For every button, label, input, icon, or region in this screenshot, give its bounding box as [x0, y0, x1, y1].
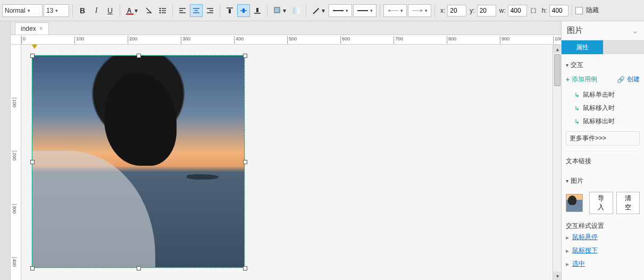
- resize-handle[interactable]: [137, 266, 141, 270]
- w-label: w:: [499, 7, 506, 14]
- toolbar: Normal ▾ 13 ▾ B I U A▾ ▾: [0, 0, 644, 21]
- resize-handle[interactable]: [243, 54, 247, 58]
- arrow-icon: ▸: [566, 260, 569, 268]
- link-icon: 🔗: [617, 76, 625, 83]
- selected-image[interactable]: [32, 55, 245, 268]
- resize-handle[interactable]: [30, 266, 35, 270]
- ruler-vertical[interactable]: 100200300400: [11, 45, 21, 280]
- style-header: 交互样式设置: [566, 217, 640, 231]
- image-thumbnail[interactable]: [566, 194, 583, 212]
- event-row[interactable]: ↳鼠标移入时: [566, 101, 640, 115]
- event-label: 鼠标移出时: [583, 117, 615, 126]
- bullet-list-button[interactable]: [156, 4, 169, 17]
- ruler-tick: 0: [21, 36, 26, 44]
- create-link[interactable]: 🔗 创建: [617, 75, 640, 84]
- resize-handle[interactable]: [243, 160, 247, 164]
- ruler-tick: 300: [12, 204, 17, 211]
- svg-rect-5: [256, 8, 258, 12]
- scroll-up-icon[interactable]: ▴: [553, 45, 561, 53]
- image-content: [32, 56, 244, 267]
- resize-handle[interactable]: [137, 54, 141, 58]
- x-input[interactable]: [447, 5, 466, 16]
- panel-collapse-icon[interactable]: ⌄: [632, 26, 639, 36]
- section-text-link: 文本链接: [566, 151, 640, 169]
- section-label: 图片: [571, 176, 583, 185]
- resize-handle[interactable]: [30, 160, 35, 164]
- x-label: x:: [440, 7, 445, 14]
- hide-checkbox[interactable]: [575, 7, 583, 14]
- border-color-button[interactable]: ▾: [310, 4, 328, 17]
- section-interaction[interactable]: ▾ 交互: [566, 57, 640, 73]
- y-label: y:: [470, 7, 474, 14]
- ruler-tick: 1000: [553, 36, 561, 44]
- guide-marker-icon[interactable]: [32, 45, 37, 49]
- valign-middle-button[interactable]: [237, 4, 250, 17]
- left-gutter: [0, 21, 11, 280]
- arrow-icon: ▸: [566, 234, 569, 241]
- font-color-button[interactable]: A▾: [123, 4, 141, 17]
- section-label: 交互: [571, 61, 583, 70]
- event-icon: ↳: [574, 91, 580, 99]
- style-hover-row[interactable]: ▸ 鼠标悬停: [566, 231, 640, 244]
- valign-bottom-button[interactable]: [251, 4, 264, 17]
- chevron-down-icon: ▾: [566, 178, 568, 184]
- ruler-tick: 100: [12, 98, 17, 105]
- y-input[interactable]: [477, 5, 496, 16]
- tab-secondary[interactable]: [603, 40, 645, 54]
- font-size-select[interactable]: 13 ▾: [44, 4, 69, 17]
- event-label: 鼠标移入时: [583, 104, 615, 113]
- underline-button[interactable]: U: [104, 4, 116, 17]
- resize-handle[interactable]: [30, 54, 35, 58]
- svg-point-11: [388, 10, 390, 12]
- align-center-button[interactable]: [190, 4, 203, 17]
- align-left-button[interactable]: [176, 4, 189, 17]
- h-label: h:: [542, 7, 547, 14]
- import-button[interactable]: 导入: [589, 192, 613, 214]
- fill-color-button[interactable]: ▾: [271, 4, 289, 17]
- border-style-select[interactable]: ▾: [353, 4, 377, 17]
- svg-point-1: [160, 10, 161, 11]
- gradient-fill-button[interactable]: [290, 4, 303, 17]
- italic-button[interactable]: I: [90, 4, 103, 17]
- event-label: 鼠标单击时: [583, 90, 615, 99]
- arrow-start-select[interactable]: ▾: [383, 4, 407, 17]
- more-events-button[interactable]: 更多事件>>>: [566, 131, 640, 146]
- ruler-tick: 200: [12, 151, 17, 158]
- style-selected-row[interactable]: ▸ 选中: [566, 257, 640, 270]
- resize-handle[interactable]: [243, 266, 247, 270]
- ruler-tick: 600: [340, 36, 350, 44]
- add-case-link[interactable]: + 添加用例: [566, 75, 597, 84]
- clear-button[interactable]: 清空: [616, 192, 640, 214]
- style-down-row[interactable]: ▸ 鼠标按下: [566, 244, 640, 257]
- event-icon: ↳: [574, 105, 580, 112]
- ruler-tick: 900: [500, 36, 509, 44]
- scroll-thumb[interactable]: [554, 54, 561, 86]
- event-row[interactable]: ↳鼠标移出时: [566, 115, 640, 128]
- tab-properties[interactable]: 属性: [562, 40, 603, 54]
- scrollbar-vertical[interactable]: ▴ ▾: [553, 45, 561, 280]
- canvas[interactable]: ▴ ▾: [21, 45, 561, 280]
- valign-top-button[interactable]: [223, 4, 236, 17]
- bold-button[interactable]: B: [76, 4, 89, 17]
- border-width-select[interactable]: ▾: [329, 4, 352, 17]
- ruler-horizontal[interactable]: 01002003004005006007008009001000: [11, 35, 561, 45]
- scroll-down-icon[interactable]: ▾: [553, 271, 561, 280]
- close-icon[interactable]: ×: [39, 25, 43, 32]
- svg-rect-3: [229, 9, 231, 13]
- panel-title: 图片: [567, 26, 583, 36]
- clear-format-button[interactable]: [143, 4, 155, 17]
- event-row[interactable]: ↳鼠标单击时: [566, 88, 640, 101]
- align-right-button[interactable]: [204, 4, 216, 17]
- lock-aspect-icon[interactable]: [529, 6, 538, 15]
- plus-icon: +: [566, 76, 570, 83]
- h-input[interactable]: [549, 5, 568, 16]
- ruler-tick: 100: [74, 36, 84, 44]
- section-image[interactable]: ▾ 图片: [566, 173, 640, 189]
- w-input[interactable]: [508, 5, 527, 16]
- font-size-value: 13: [46, 7, 53, 14]
- tab-index[interactable]: index ×: [15, 22, 49, 35]
- font-style-select[interactable]: Normal ▾: [2, 4, 43, 17]
- inspector-panel: 图片 ⌄ 属性 ▾ 交互 + 添加用例 🔗: [561, 21, 644, 280]
- ruler-tick: 700: [394, 36, 403, 44]
- arrow-end-select[interactable]: ▾: [408, 4, 431, 17]
